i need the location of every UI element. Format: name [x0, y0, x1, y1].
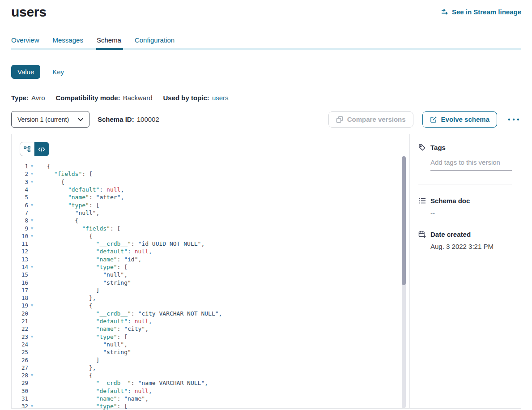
- line-gutter: 1▼: [12, 162, 36, 170]
- tree-view-button[interactable]: [20, 142, 34, 156]
- fold-toggle-icon[interactable]: ▼: [28, 226, 36, 231]
- line-number: 13: [12, 256, 28, 263]
- tab-configuration[interactable]: Configuration: [135, 36, 174, 50]
- fold-toggle-icon[interactable]: ▼: [28, 335, 36, 339]
- code-token: ,: [96, 209, 100, 216]
- code-token: [47, 225, 82, 232]
- type-value: Avro: [31, 94, 45, 102]
- editor-scrollbar[interactable]: [402, 156, 406, 408]
- code-token: : [: [89, 202, 99, 209]
- code-line: 27 },: [12, 364, 409, 372]
- code-text: "default": null,: [36, 186, 124, 193]
- line-gutter: 2▼: [12, 170, 36, 178]
- code-token: [47, 248, 96, 255]
- code-line: 12 "default": null,: [12, 248, 409, 255]
- code-token: "default": [96, 318, 128, 325]
- tag-icon: [418, 144, 426, 151]
- line-gutter: 12: [12, 248, 36, 255]
- code-token: },: [47, 364, 96, 371]
- meta-topic: Used by topic: users: [163, 94, 229, 102]
- line-number: 17: [12, 287, 28, 294]
- schema-page: users See in Stream lineage OverviewMess…: [0, 0, 532, 410]
- code-token: :: [89, 194, 96, 201]
- line-number: 27: [12, 364, 28, 371]
- line-gutter: 8▼: [12, 217, 36, 224]
- line-number: 11: [12, 240, 28, 247]
- code-text: "default": null,: [36, 318, 152, 325]
- value-tab-button[interactable]: Value: [11, 65, 40, 79]
- code-line: 10▼ {: [12, 232, 409, 240]
- lineage-link-label: See in Stream lineage: [452, 8, 521, 16]
- code-token: [47, 194, 68, 201]
- fold-toggle-icon[interactable]: ▼: [28, 203, 36, 207]
- code-view-button[interactable]: [34, 142, 49, 156]
- fold-toggle-icon[interactable]: ▼: [28, 180, 36, 184]
- line-gutter: 16: [12, 278, 36, 286]
- chevron-down-icon: [78, 118, 83, 121]
- version-select[interactable]: Version 1 (current): [11, 111, 89, 128]
- fold-toggle-icon[interactable]: ▼: [28, 265, 36, 269]
- tab-messages[interactable]: Messages: [53, 36, 83, 50]
- code-token: ,: [149, 318, 152, 325]
- line-gutter: 21: [12, 317, 36, 325]
- evolve-schema-button[interactable]: Evolve schema: [422, 111, 497, 128]
- schema-meta: Type: Avro Compatibility mode: Backward …: [11, 94, 521, 102]
- code-token: :: [128, 388, 135, 394]
- code-line: 2▼ "fields": [: [12, 170, 409, 178]
- code-token: [47, 279, 103, 286]
- schema-toolbar: Version 1 (current) Schema ID: 100002 Co…: [11, 111, 521, 128]
- code-token: {: [47, 163, 51, 170]
- schema-sidebar: Tags Schema do: [409, 134, 521, 408]
- fold-toggle-icon[interactable]: ▼: [28, 373, 36, 377]
- code-line: 30 "default": null,: [12, 387, 409, 395]
- compare-versions-button[interactable]: Compare versions: [328, 111, 413, 128]
- code-line: 11 "__crdb__": "id UUID NOT NULL",: [12, 240, 409, 248]
- key-tab-link[interactable]: Key: [52, 68, 64, 76]
- topic-link[interactable]: users: [212, 94, 229, 102]
- code-line: 6▼ "type": [: [12, 201, 409, 209]
- code-token: [47, 171, 54, 177]
- line-number: 4: [12, 186, 28, 193]
- see-in-stream-lineage-link[interactable]: See in Stream lineage: [441, 8, 521, 16]
- code-text: "string": [36, 349, 131, 355]
- code-token: :: [128, 318, 135, 325]
- fold-toggle-icon[interactable]: ▼: [28, 172, 36, 176]
- fold-toggle-icon[interactable]: ▼: [28, 234, 36, 238]
- code-token: [47, 349, 103, 355]
- compare-versions-label: Compare versions: [347, 115, 406, 123]
- code-line: 28▼ {: [12, 372, 409, 379]
- code-token: {: [47, 217, 78, 224]
- code-token: "id UUID NOT NULL": [138, 240, 201, 247]
- line-gutter: 29: [12, 379, 36, 387]
- code-token: null: [135, 248, 149, 255]
- fold-toggle-icon[interactable]: ▼: [28, 164, 36, 168]
- code-text: "name": "city",: [36, 325, 149, 332]
- line-gutter: 15: [12, 271, 36, 278]
- compare-icon: [336, 116, 343, 123]
- code-token: "default": [68, 186, 99, 193]
- code-token: "fields": [82, 225, 110, 232]
- schema-doc-section: Schema doc --: [418, 197, 512, 217]
- code-token: "type": [96, 333, 117, 340]
- fold-toggle-icon[interactable]: ▼: [28, 303, 36, 308]
- line-gutter: 23▼: [12, 333, 36, 341]
- code-token: null: [106, 186, 120, 193]
- ellipsis-icon: [508, 118, 519, 121]
- line-number: 32: [12, 403, 28, 410]
- fold-toggle-icon[interactable]: ▼: [28, 404, 36, 408]
- code-token: "name VARCHAR NULL": [138, 380, 205, 386]
- editor-scrollbar-thumb[interactable]: [402, 156, 406, 285]
- tab-schema[interactable]: Schema: [97, 36, 121, 50]
- code-text: "__crdb__": "id UUID NOT NULL",: [36, 240, 204, 247]
- editor-view-toggle: [20, 142, 49, 156]
- sidebar-divider: [418, 184, 512, 184]
- add-tags-input[interactable]: [430, 158, 512, 171]
- more-actions-button[interactable]: [506, 117, 521, 122]
- code-text: "fields": [: [36, 225, 120, 232]
- code-token: [47, 264, 96, 270]
- line-number: 25: [12, 349, 28, 355]
- code-line: 1▼{: [12, 162, 409, 170]
- code-text: "null",: [36, 209, 99, 216]
- tab-overview[interactable]: Overview: [11, 36, 39, 50]
- fold-toggle-icon[interactable]: ▼: [28, 218, 36, 222]
